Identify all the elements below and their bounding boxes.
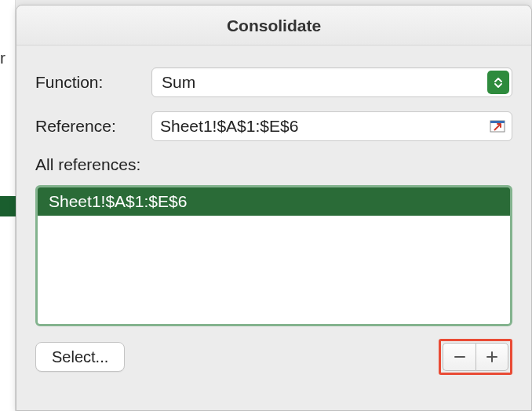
svg-rect-1 xyxy=(490,121,505,123)
select-button[interactable]: Select... xyxy=(35,342,125,372)
collapse-dialog-icon[interactable] xyxy=(487,116,508,136)
function-select[interactable]: Sum xyxy=(151,67,512,97)
function-select-value: Sum xyxy=(151,67,512,97)
all-references-label: All references: xyxy=(35,155,512,174)
dialog-title: Consolidate xyxy=(16,5,531,45)
selected-row-header xyxy=(0,196,16,216)
add-reference-button[interactable] xyxy=(476,343,508,371)
bottom-row: Select... xyxy=(35,339,512,375)
list-item[interactable]: Sheet1!$A$1:$E$6 xyxy=(38,187,510,216)
function-label: Function: xyxy=(35,73,151,92)
reference-label: Reference: xyxy=(35,117,151,136)
truncated-text: r xyxy=(0,49,5,67)
function-row: Function: Sum xyxy=(35,67,512,97)
reference-row: Reference: xyxy=(35,111,512,141)
dialog-body: Function: Sum Reference: xyxy=(16,45,531,375)
remove-reference-button[interactable] xyxy=(443,343,476,371)
reference-input[interactable] xyxy=(151,111,512,141)
all-references-listbox[interactable]: Sheet1!$A$1:$E$6 xyxy=(35,185,512,326)
consolidate-dialog: Consolidate Function: Sum Reference: xyxy=(16,5,532,411)
chevron-up-down-icon xyxy=(487,71,509,94)
reference-input-wrap xyxy=(151,111,512,141)
add-remove-group xyxy=(439,339,512,375)
